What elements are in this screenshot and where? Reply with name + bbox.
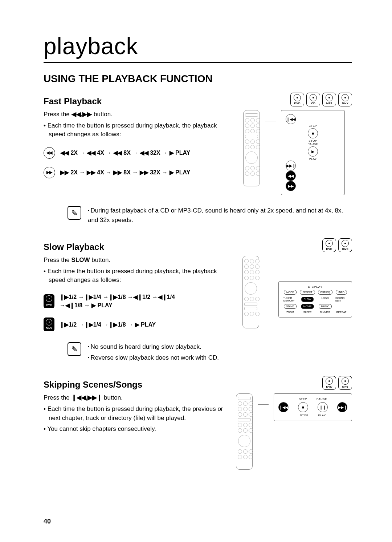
skip-press: Press the ❙◀◀,▶▶❙ button. (44, 393, 225, 403)
callout-rewind-icon: ◀◀ (286, 171, 296, 181)
next-icon: ▶▶❙ (286, 161, 296, 171)
fast-press: Press the ◀◀,▶▶ button. (44, 110, 232, 119)
remote-illustration (243, 110, 260, 186)
slow-disc-badges: DVD DivX (322, 238, 352, 252)
fast-fwd-scheme: ▶▶ ▶▶ 2X → ▶▶ 4X → ▶▶ 8X → ▶▶ 32X → ▶ PL… (44, 167, 232, 178)
forward-icon: ▶▶ (44, 167, 55, 178)
note-icon: ✎ (68, 342, 81, 356)
slow-title: Slow Playback (44, 242, 104, 252)
badge-dvd: DVD (322, 238, 336, 252)
skip-callout: STEPPAUSE ❙◀◀ ■ ❙❙ ▶▶❙ STOPPLAY (274, 393, 352, 421)
skip-diagram: STEPPAUSE ❙◀◀ ■ ❙❙ ▶▶❙ STOPPLAY (236, 393, 352, 470)
badge-dvd: DVD (290, 93, 304, 106)
section-heading: USING THE PLAYBACK FUNCTION (44, 73, 352, 85)
slow-diagram: DISPLAY MODEEFFECTDSP/EQINFO TUNER MEMOR… (242, 256, 352, 328)
page-number: 40 (44, 518, 51, 525)
rewind-icon: ◀◀ (44, 147, 55, 159)
skip-next-icon: ▶▶❙ (337, 402, 347, 412)
skip-bullet2: You cannot skip chapters consecutively. (44, 425, 225, 434)
remote-illustration (236, 393, 253, 470)
divx-mini-icon: DivX (44, 317, 54, 331)
dvd-mini-icon: DVD (44, 294, 54, 308)
badge-dvd: DVD (322, 376, 336, 390)
callout-forward-icon: ▶▶ (286, 181, 296, 191)
skip-bullet1: Each time the button is pressed during p… (44, 405, 225, 422)
skip-disc-badges: DVD MP3 (322, 376, 352, 390)
fast-disc-badges: DVD CD MP3 DivX (290, 93, 352, 106)
fast-rew-scheme: ◀◀ ◀◀ 2X → ◀◀ 4X → ◀◀ 8X → ◀◀ 32X → ▶ PL… (44, 147, 232, 159)
skip-title: Skipping Scenes/Songs (44, 380, 142, 390)
slow-divx-scheme: DivX ❙▶1/2 →❙▶1/4 →❙▶1/8 → ▶ PLAY (44, 317, 232, 331)
fast-diagram: ❙◀◀ STEP■STOP PAUSE▶PLAY ▶▶❙ ◀◀ ▶▶ (243, 110, 352, 195)
badge-divx: DivX (338, 93, 352, 106)
slow-button-highlight: SLOW (301, 297, 314, 302)
note-icon: ✎ (68, 206, 81, 220)
remote-illustration (242, 256, 259, 328)
page-title: playback (44, 33, 352, 63)
slow-note: ✎ No sound is heard during slow playback… (68, 342, 352, 364)
badge-cd: CD (306, 93, 320, 106)
slow-callout: DISPLAY MODEEFFECTDSP/EQINFO TUNER MEMOR… (278, 281, 352, 317)
skip-prev-icon: ❙◀◀ (278, 402, 289, 412)
slow-bullet: Each time the button is pressed during p… (44, 267, 232, 285)
fast-bullet: Each time the button is pressed during p… (44, 121, 232, 139)
prev-icon: ❙◀◀ (286, 114, 296, 124)
fast-note: ✎ During fast playback of a CD or MP3-CD… (68, 206, 352, 226)
fast-title: Fast Playback (44, 96, 102, 106)
badge-divx: DivX (338, 238, 352, 252)
slow-press: Press the SLOW button. (44, 256, 232, 265)
fast-callout: ❙◀◀ STEP■STOP PAUSE▶PLAY ▶▶❙ ◀◀ ▶▶ (281, 110, 345, 195)
badge-mp3: MP3 (338, 376, 352, 390)
badge-mp3: MP3 (322, 93, 336, 106)
slow-dvd-scheme: DVD ❙▶1/2 →❙▶1/4 →❙▶1/8 →◀❙1/2 →◀❙1/4 →◀… (44, 293, 232, 310)
